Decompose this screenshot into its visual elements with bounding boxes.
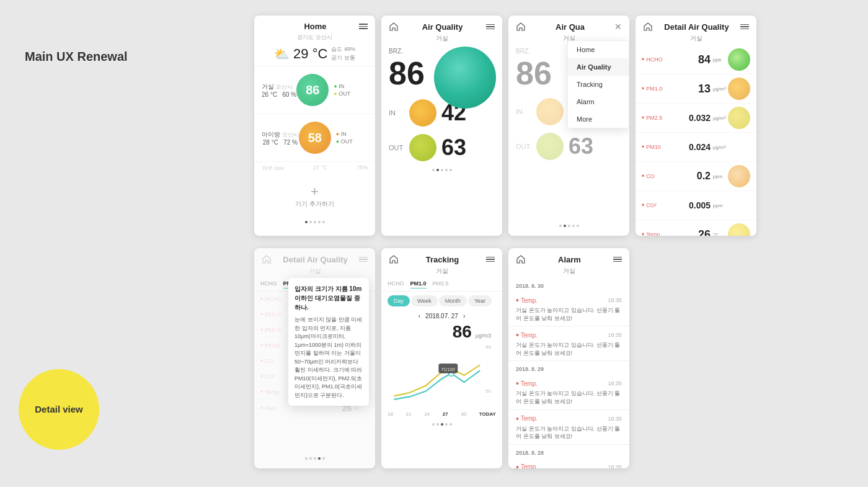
home-location: 경기도 오산시 <box>254 34 375 42</box>
t6-subtitle: 거실 <box>381 267 502 275</box>
menu-item-air-quality[interactable]: Air Quality <box>568 58 629 76</box>
tooltip-body: 눈에 보이지 않을 만큼 미세한 입자의 먼지로, 지름 10μm(마이크로미터… <box>294 316 363 400</box>
prev-arrow[interactable]: ‹ <box>418 313 420 319</box>
d5-menu-btn[interactable] <box>359 257 368 262</box>
alarm-date-3: 2018. 8. 28 <box>508 445 629 458</box>
menu-item-home[interactable]: Home <box>568 41 629 58</box>
tab-week[interactable]: Week <box>411 295 438 306</box>
menu-item-tracking[interactable]: Tracking <box>568 76 629 93</box>
tracking-value-row: 86 μg/m3 <box>381 322 502 342</box>
main-title: Main UX Renewal <box>25 50 128 64</box>
room1-aqi: 86 <box>296 74 329 106</box>
next-arrow[interactable]: › <box>463 313 465 319</box>
hcho-blob <box>728 48 750 71</box>
room2-name: 아이방 오산시 <box>262 130 299 139</box>
pm25-value: 0.032 <box>665 113 713 123</box>
a7-home-icon[interactable] <box>516 254 526 264</box>
co2-blob <box>728 194 750 217</box>
t6-title: Tracking <box>399 255 486 264</box>
detail-view-label: Detail view <box>35 403 83 416</box>
d4-title: Detail Air Quality <box>653 22 740 32</box>
home-screen: Home 경기도 오산시 ⛅ 29 °C 습도 49% 공기 보통 거실 오산시… <box>254 16 375 236</box>
close-icon[interactable]: ✕ <box>614 22 622 32</box>
temp-unit: °C <box>713 232 728 236</box>
home-menu-btn[interactable] <box>359 24 368 29</box>
alarm-text-4: 거실 온도가 높아지고 있습니다. 선풍기 틀어 온도를 낮춰 보세요! <box>516 425 622 440</box>
plus-icon: + <box>311 184 319 200</box>
home-page-dots <box>254 217 375 227</box>
a7-subtitle: 거실 <box>508 267 629 275</box>
co2-label: CO² <box>642 201 665 210</box>
detail-co-row: CO 0.2 ppm <box>636 162 756 191</box>
co-label: CO <box>642 172 665 181</box>
pm25-label: PM2.5 <box>642 114 665 122</box>
alarm-type-5: Temp. <box>516 462 538 468</box>
alarm-date-2: 2018. 8. 29 <box>508 361 629 375</box>
room1-indicators: ● IN ● OUT <box>334 83 350 97</box>
alarm-time-1: 16:35 <box>608 297 622 303</box>
tab-month[interactable]: Month <box>439 295 467 306</box>
aq3-home-icon[interactable] <box>516 22 526 32</box>
detail-aq-tooltip-screen: Detail Air Quality 거실 HCHO PM1.0 PM2.5 H… <box>254 248 375 468</box>
home-footer-info: 외부 ooo27 °C75% <box>254 162 375 175</box>
air-quality-screen: Air Quality 거실 BRZ. 86 IN 42 OUT 63 <box>381 16 502 236</box>
co-value: 0.2 <box>665 171 713 182</box>
t6-col-tabs: HCHO PM1.0 PM2.5 <box>381 278 502 292</box>
co2-unit: ppm <box>713 203 728 208</box>
a7-menu-btn[interactable] <box>613 257 622 262</box>
air-qua-menu-screen: Air Qua ✕ 거실 BRZ. 86 IN 42 OUT 63 Home A… <box>508 16 629 236</box>
home-temp: 29 °C <box>293 46 327 62</box>
room2-temps: 28 °C 72 % <box>262 139 299 146</box>
a7-header: Alarm <box>508 248 629 267</box>
d4-header: Detail Air Quality <box>636 16 756 34</box>
alarm-item-3: Temp. 16:35 거실 온도가 높아지고 있습니다. 선풍기 틀어 온도를… <box>508 375 629 409</box>
t6-col-hcho[interactable]: HCHO <box>388 280 404 288</box>
aq-header: Air Quality <box>381 16 502 34</box>
alarm-item-5: Temp. 16:35 거실 온도가 높아지고 있습니다. 선풍기 틀어 온도를… <box>508 458 629 468</box>
tracking-value: 86 <box>453 322 476 342</box>
d5-home-icon[interactable] <box>262 254 272 264</box>
alarm-screen: Alarm 거실 2018. 8. 30 Temp. 16:35 거실 온도가 … <box>508 248 629 468</box>
aq-big-circle <box>434 47 496 109</box>
room2-indicators: ● IN ● OUT <box>336 131 353 145</box>
nav-menu: Home Air Quality Tracking Alarm More <box>567 40 629 128</box>
alarm-time-3: 16:35 <box>608 380 622 386</box>
detail-hcho-row: HCHO 84 ppb <box>636 45 756 74</box>
pm10-2-label: PM10 <box>642 143 665 151</box>
tab-day[interactable]: Day <box>388 295 410 306</box>
tracking-date-row: ‹ 2018.07. 27 › <box>381 310 502 322</box>
d5-subtitle: 거실 <box>254 267 375 275</box>
co-blob <box>728 165 750 187</box>
alarm-item-2: Temp. 16:35 거실 온도가 높아지고 있습니다. 선풍기 틀어 온도를… <box>508 326 629 361</box>
aq-out-label: OUT <box>389 144 404 151</box>
alarm-time-2: 16:35 <box>608 332 622 338</box>
t6-menu-btn[interactable] <box>486 257 495 262</box>
d5-title: Detail Air Quality <box>272 255 359 264</box>
alarm-time-5: 16:35 <box>608 464 622 468</box>
pm10-2-unit: μg/m³ <box>713 145 728 150</box>
t6-home-icon[interactable] <box>389 254 399 264</box>
t6-col-pm10[interactable]: PM1.0 <box>410 280 427 288</box>
aq-out-circle <box>409 134 436 161</box>
aq3-page-dots <box>508 221 629 231</box>
pm25-blob <box>728 107 750 129</box>
t6-col-pm25[interactable]: PM2.5 <box>433 280 449 288</box>
d4-menu-btn[interactable] <box>740 24 749 30</box>
d5-col-hcho[interactable]: HCHO <box>260 280 277 288</box>
alarm-text-3: 거실 온도가 높아지고 있습니다. 선풍기 틀어 온도를 낮춰 보세요! <box>516 390 622 405</box>
chart-dates: 1821242730TODAY <box>381 409 502 419</box>
aq-out-row: OUT 63 <box>381 130 502 165</box>
menu-item-alarm[interactable]: Alarm <box>568 93 629 110</box>
aq3-title: Air Qua <box>526 22 614 32</box>
co-unit: ppm <box>713 174 728 179</box>
add-device[interactable]: + 기기 추가하기 <box>254 175 375 217</box>
tab-year[interactable]: Year <box>468 295 492 306</box>
chart-area: 99 50 71/100 <box>388 344 496 406</box>
aq-menu-btn[interactable] <box>486 24 495 30</box>
d4-home-icon[interactable] <box>643 22 653 32</box>
pm10-2-blob <box>728 136 750 158</box>
menu-item-more[interactable]: More <box>568 110 629 128</box>
alarm-text-1: 거실 온도가 높아지고 있습니다. 선풍기 틀어 온도를 낮춰 보세요! <box>516 306 622 322</box>
pm10-label: PM1.0 <box>642 84 665 93</box>
aq-home-icon[interactable] <box>389 22 399 32</box>
